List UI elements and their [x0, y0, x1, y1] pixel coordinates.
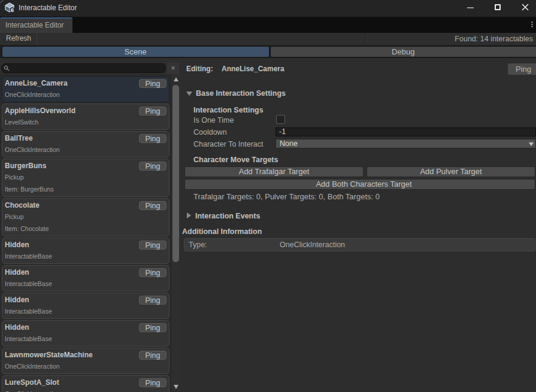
svg-text:6: 6 — [11, 7, 14, 13]
